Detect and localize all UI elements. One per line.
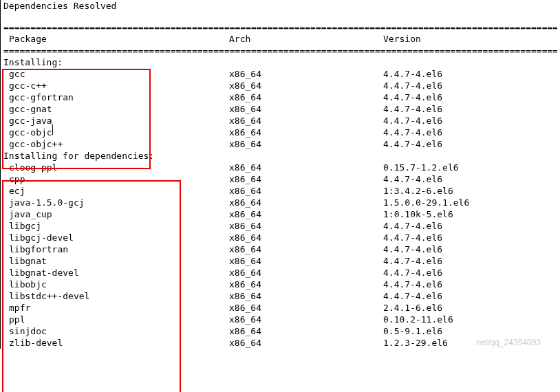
table-row: java-1.5.0-gcjx86_641.5.0.0-29.1.el6: [3, 197, 557, 208]
cell-version: 4.4.7-4.el6: [383, 127, 557, 138]
cell-arch: x86_64: [229, 220, 383, 232]
cell-version: 1:0.10k-5.el6: [383, 208, 557, 220]
table-row: cloog-pplx86_640.15.7-1.2.el6: [3, 162, 557, 173]
cell-arch: x86_64: [229, 162, 383, 173]
cell-version: 1:3.4.2-6.el6: [383, 185, 557, 197]
cell-version: 4.4.7-4.el6: [383, 173, 557, 185]
cell-version: 4.4.7-4.el6: [383, 220, 557, 232]
cell-arch: x86_64: [229, 255, 383, 267]
table-row: sinjdocx86_640.5-9.1.el6: [3, 325, 557, 337]
cell-arch: x86_64: [229, 243, 383, 255]
cell-arch: x86_64: [229, 91, 383, 103]
cell-version: 1.5.0.0-29.1.el6: [383, 197, 557, 208]
cell-package: gcc-objc: [3, 127, 229, 138]
cell-package: gcc-c++: [3, 80, 229, 91]
cell-package: libgfortran: [3, 243, 229, 255]
cell-arch: x86_64: [229, 115, 383, 127]
cell-package: gcc: [3, 68, 229, 80]
header-version: Version: [383, 33, 557, 45]
table-row: libgnat-develx86_644.4.7-4.el6: [3, 267, 557, 279]
cell-version: 4.4.7-4.el6: [383, 68, 557, 80]
header-arch: Arch: [229, 33, 383, 45]
table-row: zlib-develx86_641.2.3-29.el6: [3, 337, 557, 349]
cell-package: ppl: [3, 314, 229, 325]
cell-version: 4.4.7-4.el6: [383, 267, 557, 279]
cell-package: libstdc++-devel: [3, 290, 229, 302]
cell-version: 1.2.3-29.el6: [383, 337, 557, 349]
table-row: libgcj-develx86_644.4.7-4.el6: [3, 232, 557, 243]
terminal-output: Dependencies Resolved ==================…: [0, 0, 560, 349]
cell-arch: x86_64: [229, 314, 383, 325]
cell-arch: x86_64: [229, 290, 383, 302]
section-installing: Installing:: [3, 56, 557, 68]
cell-package: gcc-gfortran: [3, 91, 229, 103]
cell-version: 4.4.7-4.el6: [383, 290, 557, 302]
cell-arch: x86_64: [229, 337, 383, 349]
cell-version: 0.15.7-1.2.el6: [383, 162, 557, 173]
cell-version: 4.4.7-4.el6: [383, 243, 557, 255]
cell-package: java-1.5.0-gcj: [3, 197, 229, 208]
table-row: gcc-gfortranx86_644.4.7-4.el6: [3, 91, 557, 103]
cell-package: libgnat: [3, 255, 229, 267]
cell-arch: x86_64: [229, 68, 383, 80]
table-row: libgcjx86_644.4.7-4.el6: [3, 220, 557, 232]
divider-top: ========================================…: [3, 21, 557, 33]
cell-version: 4.4.7-4.el6: [383, 115, 557, 127]
cell-version: 4.4.7-4.el6: [383, 103, 557, 115]
cell-arch: x86_64: [229, 302, 383, 314]
cell-package: sinjdoc: [3, 325, 229, 337]
blank-line: [3, 12, 557, 21]
cell-package: mpfr: [3, 302, 229, 314]
cell-package: libgcj: [3, 220, 229, 232]
cell-arch: x86_64: [229, 103, 383, 115]
table-row: libgnatx86_644.4.7-4.el6: [3, 255, 557, 267]
cell-package: gcc-objc++: [3, 138, 229, 150]
table-row: gcc-c++x86_644.4.7-4.el6: [3, 80, 557, 91]
cell-version: 4.4.7-4.el6: [383, 138, 557, 150]
table-row: gcc-javax86_644.4.7-4.el6: [3, 115, 557, 127]
table-row: libobjcx86_644.4.7-4.el6: [3, 279, 557, 290]
cell-version: 2.4.1-6.el6: [383, 302, 557, 314]
cell-package: cloog-ppl: [3, 162, 229, 173]
cell-arch: x86_64: [229, 279, 383, 290]
table-row: gcc-objc++x86_644.4.7-4.el6: [3, 138, 557, 150]
cell-package: ecj: [3, 185, 229, 197]
cell-version: 4.4.7-4.el6: [383, 232, 557, 243]
cell-version: 4.4.7-4.el6: [383, 279, 557, 290]
table-row: libgfortranx86_644.4.7-4.el6: [3, 243, 557, 255]
cell-version: 0.5-9.1.el6: [383, 325, 557, 337]
cell-package: gcc-gnat: [3, 103, 229, 115]
cell-package: zlib-devel: [3, 337, 229, 349]
cell-arch: x86_64: [229, 197, 383, 208]
cell-arch: x86_64: [229, 267, 383, 279]
table-row: ecjx86_641:3.4.2-6.el6: [3, 185, 557, 197]
cell-package: gcc-java: [3, 115, 229, 127]
cell-version: 0.10.2-11.el6: [383, 314, 557, 325]
table-row: gcc-objcx86_644.4.7-4.el6: [3, 127, 557, 138]
title-line: Dependencies Resolved: [3, 0, 557, 12]
cell-arch: x86_64: [229, 80, 383, 91]
table-row: mpfrx86_642.4.1-6.el6: [3, 302, 557, 314]
table-row: libstdc++-develx86_644.4.7-4.el6: [3, 290, 557, 302]
cell-version: 4.4.7-4.el6: [383, 255, 557, 267]
cell-version: 4.4.7-4.el6: [383, 80, 557, 91]
cell-version: 4.4.7-4.el6: [383, 91, 557, 103]
cell-arch: x86_64: [229, 138, 383, 150]
column-headers: Package Arch Version: [3, 33, 557, 45]
cell-arch: x86_64: [229, 127, 383, 138]
table-row: gccx86_644.4.7-4.el6: [3, 68, 557, 80]
cell-arch: x86_64: [229, 325, 383, 337]
cell-arch: x86_64: [229, 173, 383, 185]
header-package: Package: [3, 33, 229, 45]
cell-package: cpp: [3, 173, 229, 185]
cell-package: libgnat-devel: [3, 267, 229, 279]
cell-package: libobjc: [3, 279, 229, 290]
table-row: cppx86_644.4.7-4.el6: [3, 173, 557, 185]
cell-package: libgcj-devel: [3, 232, 229, 243]
section-installing-deps: Installing for dependencies:: [3, 150, 557, 162]
cell-package: java_cup: [3, 208, 229, 220]
cell-arch: x86_64: [229, 185, 383, 197]
table-row: pplx86_640.10.2-11.el6: [3, 314, 557, 325]
cell-arch: x86_64: [229, 232, 383, 243]
table-row: java_cupx86_641:0.10k-5.el6: [3, 208, 557, 220]
